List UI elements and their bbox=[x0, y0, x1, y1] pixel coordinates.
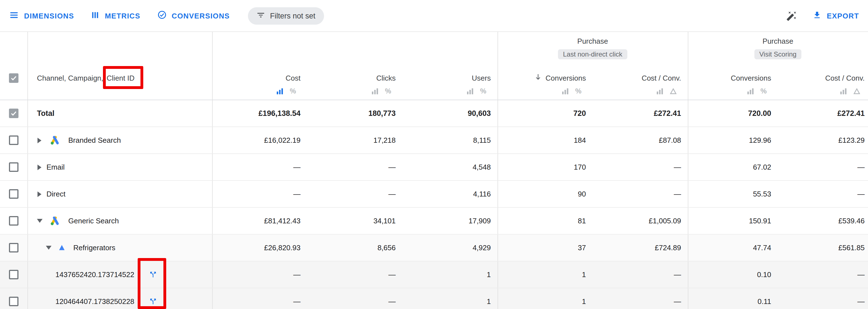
group-title: Purchase bbox=[498, 37, 688, 45]
cell-users: 90,603 bbox=[402, 100, 498, 126]
row-name: Total bbox=[37, 109, 55, 118]
row-name[interactable]: Generic Search bbox=[68, 217, 119, 225]
cell-cost-per-conv-vs: £561.85 bbox=[778, 235, 868, 261]
column-label: Clicks bbox=[376, 73, 396, 83]
cell-cost: — bbox=[212, 154, 307, 180]
conversions-button[interactable]: CONVERSIONS bbox=[157, 10, 230, 21]
dimensions-button[interactable]: DIMENSIONS bbox=[9, 10, 74, 22]
bar-chart-icon[interactable] bbox=[562, 88, 568, 95]
attribution-model-badge[interactable]: Last non-direct click bbox=[558, 49, 627, 59]
percent-icon[interactable]: % bbox=[575, 88, 582, 95]
cell-cost-per-conv-vs: £539.46 bbox=[778, 208, 868, 234]
row-name[interactable]: Branded Search bbox=[68, 136, 121, 145]
percent-icon[interactable]: % bbox=[385, 88, 391, 95]
cell-cost: — bbox=[212, 181, 307, 207]
select-all-checkbox[interactable] bbox=[9, 73, 19, 83]
cell-clicks: — bbox=[307, 181, 402, 207]
branch-icon[interactable] bbox=[149, 270, 157, 279]
percent-icon[interactable]: % bbox=[761, 88, 767, 95]
cell-conversions-lndc: 720 bbox=[498, 100, 593, 126]
table-row-total: Total £196,138.54 180,773 90,603 720 £27… bbox=[0, 100, 868, 127]
expand-collapsed-icon[interactable] bbox=[37, 137, 42, 143]
magic-wand-icon[interactable] bbox=[786, 10, 797, 21]
attribution-model-badge[interactable]: Visit Scoring bbox=[754, 49, 802, 59]
expand-collapsed-icon[interactable] bbox=[37, 191, 42, 197]
expand-collapsed-icon[interactable] bbox=[37, 164, 42, 170]
row-checkbox[interactable] bbox=[9, 135, 19, 145]
metrics-button[interactable]: METRICS bbox=[91, 10, 141, 21]
column-header-cost[interactable]: Cost % bbox=[212, 32, 307, 100]
column-toggles bbox=[656, 85, 677, 95]
dimensions-label: DIMENSIONS bbox=[24, 11, 74, 20]
cell-conversions-vs: 129.96 bbox=[688, 127, 778, 153]
row-name[interactable]: Email bbox=[46, 163, 65, 171]
cell-clicks: 8,656 bbox=[307, 235, 402, 261]
cell-cost-per-conv-vs: — bbox=[778, 181, 868, 207]
row-checkbox[interactable] bbox=[9, 109, 19, 118]
cell-cost-per-conv-lndc: £272.41 bbox=[593, 100, 688, 126]
cell-conversions-lndc: 1 bbox=[498, 288, 593, 309]
delta-icon[interactable] bbox=[854, 88, 860, 95]
filters-chip[interactable]: Filters not set bbox=[248, 7, 324, 24]
branch-icon[interactable] bbox=[149, 297, 157, 306]
table-row-email: Email — — 4,548 170 — 67.02 — bbox=[0, 154, 868, 181]
bar-chart-icon[interactable] bbox=[840, 88, 847, 95]
row-name[interactable]: Refrigerators bbox=[73, 244, 115, 252]
cell-cost-per-conv-lndc: — bbox=[593, 154, 688, 180]
attribution-report-app: DIMENSIONS METRICS CONVERSIONS Filters n… bbox=[0, 0, 868, 309]
row-checkbox[interactable] bbox=[9, 243, 19, 252]
expand-expanded-icon[interactable] bbox=[46, 246, 51, 250]
cell-conversions-lndc: 37 bbox=[498, 235, 593, 261]
annotation-client-id-box: Client ID bbox=[106, 73, 134, 82]
cell-conversions-vs: 150.91 bbox=[688, 208, 778, 234]
column-header-users[interactable]: Users % bbox=[402, 32, 498, 100]
cell-users: 1 bbox=[402, 261, 498, 288]
cell-cost: — bbox=[212, 261, 307, 288]
delta-icon[interactable] bbox=[670, 88, 677, 95]
percent-icon[interactable]: % bbox=[290, 88, 296, 95]
table-row-client-id-2: 120464407.1738250228 — — 1 1 — 0.11 — bbox=[0, 288, 868, 309]
metrics-columns-icon bbox=[91, 10, 100, 21]
row-checkbox[interactable] bbox=[9, 162, 19, 172]
cell-clicks: 34,101 bbox=[307, 208, 402, 234]
dimension-column-header[interactable]: Channel, Campaign, Client ID bbox=[27, 32, 212, 100]
cell-cost-per-conv-vs: — bbox=[778, 261, 868, 288]
cell-conversions-vs: 67.02 bbox=[688, 154, 778, 180]
cell-clicks: 180,773 bbox=[307, 100, 402, 126]
percent-icon[interactable]: % bbox=[480, 88, 486, 95]
toolbar: DIMENSIONS METRICS CONVERSIONS Filters n… bbox=[0, 0, 868, 32]
google-ads-triangle-icon bbox=[58, 244, 65, 251]
row-checkbox[interactable] bbox=[9, 297, 19, 306]
column-label: Conversions bbox=[534, 73, 586, 83]
export-button[interactable]: EXPORT bbox=[813, 10, 859, 21]
cell-users: 17,909 bbox=[402, 208, 498, 234]
row-checkbox[interactable] bbox=[9, 270, 19, 279]
expand-expanded-icon[interactable] bbox=[37, 219, 42, 223]
cell-clicks: — bbox=[307, 261, 402, 288]
table-header: Purchase Last non-direct click Purchase … bbox=[0, 32, 868, 100]
column-header-clicks[interactable]: Clicks % bbox=[307, 32, 402, 100]
bar-chart-icon[interactable] bbox=[656, 88, 663, 95]
filter-icon bbox=[256, 10, 265, 21]
bar-chart-icon[interactable] bbox=[372, 88, 378, 95]
table-row-refrigerators: Refrigerators £26,820.93 8,656 4,929 37 … bbox=[0, 235, 868, 261]
row-checkbox[interactable] bbox=[9, 189, 19, 199]
row-name[interactable]: Direct bbox=[46, 190, 65, 198]
cell-cost-per-conv-lndc: — bbox=[593, 261, 688, 288]
column-toggles: % bbox=[372, 85, 391, 95]
cell-conversions-lndc: 184 bbox=[498, 127, 593, 153]
cell-cost-per-conv-vs: — bbox=[778, 288, 868, 309]
bar-chart-icon[interactable] bbox=[467, 88, 473, 95]
row-checkbox[interactable] bbox=[9, 216, 19, 225]
table-row-client-id-1: 1437652420.173714522 — — 1 1 — 0.10 — bbox=[0, 261, 868, 288]
row-name: 1437652420.173714522 bbox=[55, 270, 147, 279]
bar-chart-icon[interactable] bbox=[747, 88, 754, 95]
cell-users: 4,929 bbox=[402, 235, 498, 261]
select-all-cell bbox=[0, 32, 27, 100]
column-label: Cost / Conv. bbox=[825, 73, 865, 83]
toolbar-right: EXPORT bbox=[786, 10, 859, 21]
dimensions-icon bbox=[9, 10, 19, 22]
bar-chart-icon[interactable] bbox=[276, 88, 283, 95]
cell-cost-per-conv-lndc: — bbox=[593, 288, 688, 309]
sort-desc-icon bbox=[534, 73, 542, 83]
